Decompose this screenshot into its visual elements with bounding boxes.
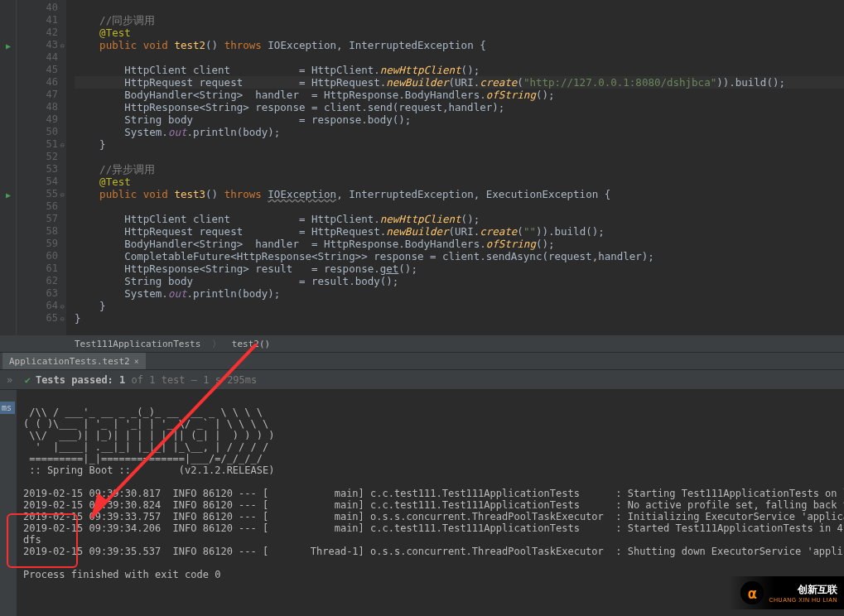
line-number: 60 <box>17 250 58 262</box>
code-line[interactable]: } <box>75 312 844 325</box>
line-number: 51⊖ <box>17 138 58 151</box>
console-wrapper: /\\ / ___'_ __ _ _(_)_ __ __ _ \ \ \ \ (… <box>0 390 844 616</box>
code-line[interactable]: HttpClient client = HttpClient.newHttpCl… <box>75 213 844 225</box>
code-line[interactable]: BodyHandler<String> handler = HttpRespon… <box>75 89 844 101</box>
code-line[interactable]: } <box>75 138 844 151</box>
line-number: 42 <box>17 26 58 39</box>
code-line[interactable]: HttpClient client = HttpClient.newHttpCl… <box>75 64 844 76</box>
line-number: 46 <box>17 76 58 89</box>
run-tab-label: ApplicationTests.test2 <box>9 356 130 367</box>
code-line[interactable] <box>75 151 844 163</box>
breadcrumb-method[interactable]: test2() <box>232 339 270 349</box>
line-number: ▶55⊖ <box>17 188 58 200</box>
line-number: 61 <box>17 262 58 275</box>
ms-side-tab[interactable]: ms <box>0 402 15 414</box>
run-tab[interactable]: ApplicationTests.test2 × <box>2 353 146 369</box>
tests-of-text: of 1 test – 1 s 295 <box>132 374 245 386</box>
breadcrumb-class[interactable]: Test111ApplicationTests <box>75 339 200 349</box>
code-line[interactable]: //异步调用 <box>75 163 844 176</box>
console-toolbar <box>0 390 17 616</box>
line-number: 58 <box>17 225 58 238</box>
line-number: 44 <box>17 51 58 64</box>
tests-passed-label: Tests passed: <box>36 374 113 386</box>
expand-icon[interactable]: » <box>7 374 12 386</box>
console-output[interactable]: /\\ / ___'_ __ _ _(_)_ __ __ _ \ \ \ \ (… <box>17 390 844 616</box>
code-line[interactable]: HttpRequest request = HttpRequest.newBui… <box>75 76 844 89</box>
line-number: 65⊖ <box>17 312 58 325</box>
line-number: 52 <box>17 151 58 163</box>
code-line[interactable]: String body = response.body(); <box>75 113 844 126</box>
line-number: 45 <box>17 64 58 76</box>
code-line[interactable]: HttpResponse<String> result = response.g… <box>75 262 844 275</box>
tool-window-tabs: ApplicationTests.test2 × <box>0 352 844 370</box>
code-line[interactable]: public void test2() throws IOException, … <box>75 39 844 51</box>
line-number: 40 <box>17 2 58 14</box>
watermark-cn: 创新互联 <box>769 583 837 597</box>
close-icon[interactable]: × <box>134 357 139 366</box>
code-line[interactable]: @Test <box>75 26 844 39</box>
run-arrow-icon[interactable]: ▶ <box>6 40 11 52</box>
code-line[interactable]: BodyHandler<String> handler = HttpRespon… <box>75 238 844 250</box>
line-number: 63 <box>17 287 58 300</box>
code-line[interactable]: CompletableFuture<HttpResponse<String>> … <box>75 250 844 262</box>
test-status-bar: » ✔ Tests passed: 1 of 1 test – 1 s 295 … <box>0 370 844 390</box>
line-number: 62 <box>17 275 58 287</box>
fold-icon[interactable]: ⊖ <box>60 189 65 201</box>
line-number: 59 <box>17 238 58 250</box>
breadcrumb[interactable]: Test111ApplicationTests 〉 test2() <box>0 335 844 352</box>
check-icon: ✔ <box>25 374 31 386</box>
code-line[interactable]: String body = result.body(); <box>75 275 844 287</box>
code-line[interactable]: //同步调用 <box>75 14 844 26</box>
line-number: 53 <box>17 163 58 176</box>
fold-icon[interactable]: ⊖ <box>60 301 65 313</box>
tests-passed-count: 1 <box>119 374 125 386</box>
code-line[interactable]: HttpRequest request = HttpRequest.newBui… <box>75 225 844 238</box>
line-number: 54 <box>17 176 58 188</box>
code-line[interactable] <box>75 2 844 14</box>
line-number: 56 <box>17 200 58 213</box>
fold-icon[interactable]: ⊖ <box>60 139 65 152</box>
code-editor[interactable]: //同步调用 @Test public void test2() throws … <box>66 0 844 335</box>
fold-icon[interactable]: ⊖ <box>60 313 65 325</box>
code-line[interactable]: @Test <box>75 176 844 188</box>
line-number: 50 <box>17 126 58 138</box>
code-line[interactable]: HttpResponse<String> response = client.s… <box>75 101 844 113</box>
line-number: 48 <box>17 101 58 113</box>
code-line[interactable] <box>75 51 844 64</box>
watermark-en: CHUANG XIN HU LIAN <box>769 597 837 603</box>
editor-area: 404142▶43⊖4445464748495051⊖525354▶55⊖565… <box>0 0 844 335</box>
code-line[interactable]: System.out.println(body); <box>75 126 844 138</box>
line-number: 47 <box>17 89 58 101</box>
code-line[interactable] <box>75 200 844 213</box>
code-line[interactable]: public void test3() throws IOException, … <box>75 188 844 200</box>
line-number: 64⊖ <box>17 300 58 312</box>
line-number: 41 <box>17 14 58 26</box>
run-arrow-icon[interactable]: ▶ <box>6 189 11 201</box>
line-number: 49 <box>17 113 58 126</box>
line-number: 57 <box>17 213 58 225</box>
line-number: ▶43⊖ <box>17 39 58 51</box>
watermark: α 创新互联 CHUANG XIN HU LIAN <box>728 576 844 609</box>
line-number-gutter: 404142▶43⊖4445464748495051⊖525354▶55⊖565… <box>17 0 66 335</box>
code-line[interactable]: } <box>75 300 844 312</box>
code-line[interactable]: System.out.println(body); <box>75 287 844 300</box>
fold-icon[interactable]: ⊖ <box>60 40 65 52</box>
watermark-logo-icon: α <box>740 581 764 604</box>
